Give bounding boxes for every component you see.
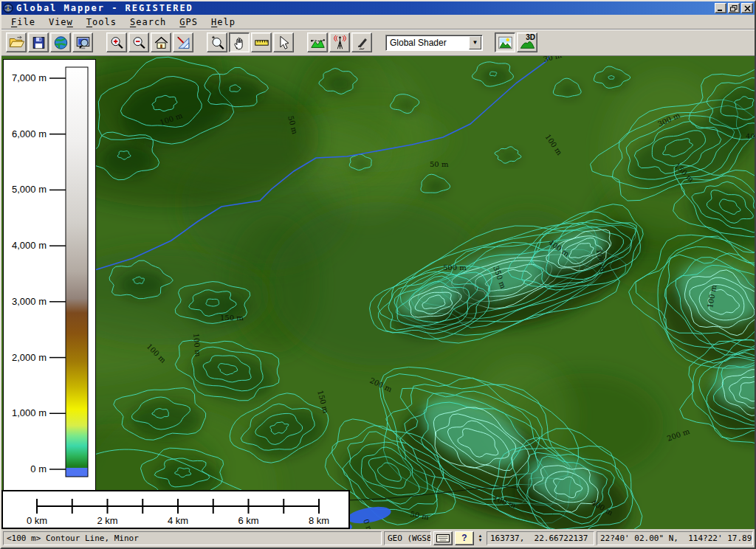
full-view-button[interactable] <box>151 32 171 52</box>
menu-item-search[interactable]: Search <box>123 15 173 29</box>
contour-label: 150 m <box>220 314 244 322</box>
map-workspace: 30 m100 m50 m50 m100 m300 m400150 m500 m… <box>1 56 755 529</box>
title-bar: Global Mapper - REGISTERED <box>1 1 755 15</box>
zoom-out-button[interactable] <box>128 32 149 52</box>
status-projection: GEO (WGS84 <box>384 531 431 545</box>
legend-tick-label: 3,000 m <box>12 296 47 307</box>
landscape-image-icon <box>497 35 514 51</box>
help-icon: ? <box>461 533 467 543</box>
legend-tick-label: 2,000 m <box>12 352 47 363</box>
scale-bar: 0 km2 km4 km6 km8 km <box>1 490 350 529</box>
save-button[interactable] <box>28 32 49 52</box>
show-raster-button[interactable] <box>495 32 515 52</box>
digitizer-setup-button[interactable] <box>173 32 193 52</box>
restore-button[interactable] <box>728 3 740 13</box>
magnifier-minus-red-icon <box>131 35 148 51</box>
toolbar: Global Shader ▼ 3D <box>1 30 755 56</box>
app-icon <box>3 3 13 13</box>
minimize-icon <box>717 5 724 12</box>
status-bar: <100 m> Contour Line, Minor GEO (WGS84 ?… <box>1 529 755 548</box>
capture-screen-button[interactable] <box>72 32 93 52</box>
digitizer-tool-button[interactable] <box>351 32 372 52</box>
legend-tick-label: 5,000 m <box>12 184 47 195</box>
toolbar-group-analysis <box>307 32 372 52</box>
keyboard-icon <box>436 534 450 542</box>
folder-open-icon <box>8 35 25 51</box>
gps-tool-button[interactable] <box>329 32 350 52</box>
menu-bar: FileViewToolsSearchGPSHelp <box>1 15 755 30</box>
menu-item-tools[interactable]: Tools <box>80 15 123 29</box>
minimize-button[interactable] <box>715 3 726 13</box>
monitor-magnifier-icon <box>75 35 92 51</box>
elevation-legend-scale: 7,000 m6,000 m5,000 m4,000 m3,000 m2,000… <box>4 60 95 490</box>
chevron-down-icon[interactable]: ▼ <box>469 36 481 49</box>
show-3d-button[interactable]: 3D <box>517 32 537 52</box>
close-button[interactable] <box>741 3 753 13</box>
measure-tool-button[interactable] <box>251 32 272 52</box>
menu-item-view[interactable]: View <box>42 15 80 29</box>
terrain-profile-icon <box>309 35 326 51</box>
open-button[interactable] <box>6 32 27 52</box>
toolbar-group-view: 3D <box>495 32 537 52</box>
window-controls <box>715 3 753 13</box>
shader-dropdown-value: Global Shader <box>386 38 469 48</box>
close-icon <box>744 5 751 12</box>
coordinate-spinner[interactable]: ▲▼ <box>476 531 484 545</box>
web-imagery-button[interactable] <box>50 32 71 52</box>
scalebar-label: 8 km <box>309 515 329 526</box>
legend-tick-label: 4,000 m <box>12 240 47 251</box>
status-latlon: 22?40' 02.00" N, 114?22' 17.89" E <box>597 531 753 545</box>
scalebar-label: 0 km <box>27 515 47 526</box>
elevation-legend: 7,000 m6,000 m5,000 m4,000 m3,000 m2,000… <box>3 59 96 491</box>
set-square-pencil-icon <box>175 35 192 51</box>
path-profile-button[interactable] <box>307 32 328 52</box>
hand-icon <box>231 35 248 51</box>
scale-bar-ruler: 0 km2 km4 km6 km8 km <box>3 491 348 528</box>
shader-dropdown[interactable]: Global Shader ▼ <box>385 35 483 51</box>
legend-tick-label: 7,000 m <box>12 72 47 83</box>
legend-tick-label: 0 m <box>30 463 47 474</box>
zoom-in-button[interactable] <box>106 32 127 52</box>
map-canvas[interactable]: 30 m100 m50 m50 m100 m300 m400150 m500 m… <box>1 56 755 529</box>
toolbar-group-zoom <box>106 32 193 52</box>
status-message: <100 m> Contour Line, Minor <box>3 531 382 545</box>
home-icon <box>153 35 170 51</box>
toolbar-group-file <box>6 32 93 52</box>
legend-tick-label: 1,000 m <box>12 407 47 418</box>
contour-label: 500 m <box>443 263 467 272</box>
restore-icon <box>730 5 738 12</box>
legend-tick-label: 6,000 m <box>12 128 47 139</box>
cursor-arrow-icon <box>275 35 292 51</box>
three-d-label: 3D <box>526 33 535 41</box>
contour-label: 400 <box>746 132 755 140</box>
scalebar-label: 4 km <box>168 515 188 526</box>
zoom-tool-button[interactable] <box>207 32 227 52</box>
menu-item-help[interactable]: Help <box>205 15 242 29</box>
pan-tool-button[interactable] <box>229 32 250 52</box>
menu-item-gps[interactable]: GPS <box>173 15 205 29</box>
status-coordinates: 163737, 22.66722137 ) <box>487 531 594 545</box>
help-button[interactable]: ? <box>455 531 474 545</box>
magnifier-plus-red-icon <box>109 35 126 51</box>
floppy-icon <box>30 35 47 51</box>
menu-item-file[interactable]: File <box>4 15 42 29</box>
contour-label: 50 m <box>430 160 449 168</box>
globe-icon <box>52 35 69 51</box>
magnifier-icon <box>209 35 226 51</box>
scalebar-label: 6 km <box>238 515 258 526</box>
toolbar-group-tools <box>207 32 294 52</box>
pen-icon <box>354 35 371 51</box>
window-title: Global Mapper - REGISTERED <box>16 3 715 13</box>
app-window: Global Mapper - REGISTERED FileViewTools… <box>0 0 756 549</box>
ruler-icon <box>253 35 270 51</box>
scalebar-label: 2 km <box>97 515 117 526</box>
keyboard-button[interactable] <box>433 531 453 545</box>
antenna-icon <box>331 35 348 51</box>
select-tool-button[interactable] <box>273 32 294 52</box>
